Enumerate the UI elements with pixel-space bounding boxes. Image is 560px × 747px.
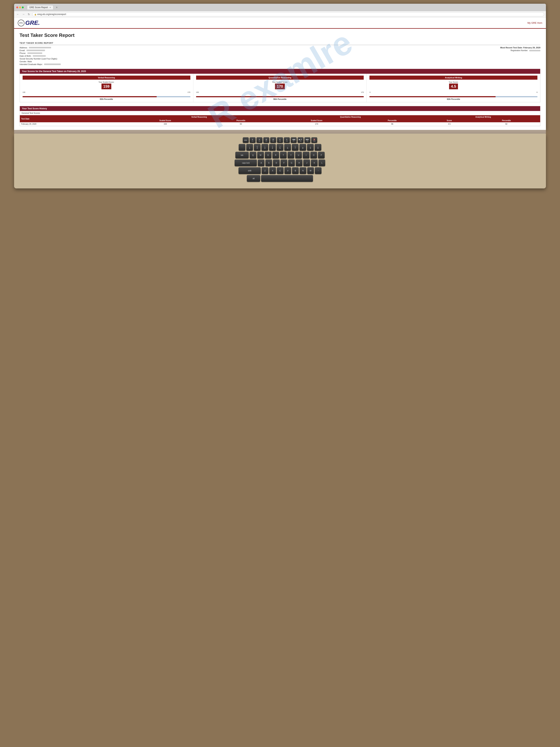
key-z[interactable]: Z [262,167,268,174]
key-esc[interactable]: esc [243,137,249,143]
key-7[interactable]: &7 [292,144,298,151]
col-vr-scaled: Scaled Score [123,119,207,122]
window-controls [16,6,24,8]
key-space[interactable] [261,175,313,182]
ssn-label: Social Security Number (Last Four Digits… [20,58,58,60]
nav-right-link[interactable]: My GRE Hom [527,22,542,24]
key-tilde[interactable]: ~` [239,144,245,151]
history-table: Test Date Verbal Reasoning Quantitative … [20,115,540,126]
quant-scaled-label: Your Scaled Score: [196,81,364,83]
phone-value [27,52,42,54]
writing-section: Analytical Writing Your Score: 4.5 0 6 [367,74,540,102]
scores-grid: Verbal Reasoning Your Scaled Score: 159 … [20,74,540,102]
key-l[interactable]: L [319,159,325,166]
key-lt[interactable]: < [315,167,321,174]
minimize-button[interactable] [19,6,21,8]
key-c[interactable]: C [277,167,284,174]
key-x[interactable]: X [269,167,276,174]
scores-section: Your Scores for the General Test Taken o… [20,69,540,102]
major-row: Intended Graduate Major: [20,63,277,66]
key-8[interactable]: *8 [299,144,306,151]
key-w[interactable]: W [257,152,264,158]
key-t[interactable]: T [280,152,287,158]
key-alt[interactable]: alt [247,175,260,182]
address-bar[interactable]: 🔒 ereg.ets.org/ereg/scorereport [32,12,544,16]
col-qr-header: Quantitative Reasoning [275,115,426,119]
key-shift-left[interactable]: shift [239,167,261,174]
key-3[interactable]: #3 [262,144,268,151]
key-6[interactable]: ^6 [284,144,291,151]
key-f10[interactable]: 🔇F10 [311,137,317,143]
writing-bar-area [369,94,537,97]
page-title: Test Taker Score Report [20,32,540,38]
refresh-button[interactable]: ↻ [27,12,31,16]
zxcv-row: shift Z X C V B N M < [17,167,543,174]
key-q[interactable]: Q [250,152,256,158]
gre-header: ETS GRE. My GRE Hom [14,18,546,29]
key-a[interactable]: A [258,159,264,166]
new-tab-button[interactable]: + [55,5,59,9]
writing-percentile: 82th Percentile [369,98,537,100]
laptop-bezel [14,130,546,134]
page-content: R examlre Test Taker Score Report TEST T… [14,29,546,130]
scores-header: Your Scores for the General Test Taken o… [20,69,540,74]
key-p[interactable]: P [318,152,325,158]
key-f[interactable]: F [281,159,287,166]
key-i[interactable]: I [303,152,310,158]
browser-titlebar: GRE Score Report ✕ + [14,4,546,11]
key-e[interactable]: E [265,152,271,158]
key-f4[interactable]: ⊞F4 [270,137,276,143]
key-k[interactable]: K [311,159,318,166]
key-f2[interactable]: ☀F2 [257,137,262,143]
quant-bar-area [196,94,364,97]
key-u[interactable]: U [295,152,302,158]
key-f5[interactable]: ☀F5 [277,137,283,143]
key-f7[interactable]: ◀◀F7 [291,137,297,143]
key-f1[interactable]: ☀F1 [250,137,256,143]
key-j[interactable]: J [303,159,310,166]
key-0[interactable]: )0 [315,144,321,151]
history-section: Your Test Score History General Test Sco… [20,106,540,126]
key-v[interactable]: V [285,167,291,174]
row-qr-scaled: 170 [275,122,358,126]
key-2[interactable]: @2 [254,144,261,151]
browser-tab[interactable]: GRE Score Report ✕ [27,5,53,9]
history-subtitle: General Test Scores [20,111,540,115]
close-button[interactable] [16,6,18,8]
back-button[interactable]: ← [16,12,20,16]
asdf-row: caps lock A S D F G H J K L [17,159,543,166]
writing-min: 0 [369,91,370,93]
tab-close-icon[interactable]: ✕ [49,6,51,8]
key-f9[interactable]: ▶▶F9 [304,137,310,143]
key-b[interactable]: B [292,167,299,174]
history-row: February 29, 2020 159 83 170 96 4.5 82 [20,122,540,126]
tab-title: GRE Score Report [29,6,48,9]
gender-row: Gender: Male [20,60,277,62]
col-date: Test Date [20,115,124,122]
key-n[interactable]: N [300,167,306,174]
maximize-button[interactable] [22,6,24,8]
forward-button[interactable]: → [22,12,26,16]
key-f6[interactable]: ☀F6 [284,137,290,143]
key-g[interactable]: G [288,159,295,166]
key-4[interactable]: $4 [269,144,276,151]
key-d[interactable]: D [273,159,279,166]
key-h[interactable]: H [296,159,302,166]
key-f8[interactable]: ▶⏸F8 [298,137,303,143]
key-capslock[interactable]: caps lock [235,159,257,166]
key-r[interactable]: R [272,152,279,158]
gre-website: ETS GRE. My GRE Hom R examlre Test Taker… [14,18,546,130]
quant-bar-fill [196,96,364,97]
key-y[interactable]: Y [288,152,294,158]
key-1[interactable]: !1 [246,144,253,151]
key-m[interactable]: M [307,167,314,174]
key-tab[interactable]: tab [235,152,249,158]
key-5[interactable]: %5 [277,144,283,151]
col-vr-pct: Percentile [207,119,275,122]
key-s[interactable]: S [265,159,272,166]
url-display: ereg.ets.org/ereg/scorereport [37,13,66,16]
key-f3[interactable]: ⊞F3 [263,137,269,143]
key-9[interactable]: (9 [307,144,314,151]
key-o[interactable]: O [310,152,317,158]
verbal-bar-area [23,94,190,97]
